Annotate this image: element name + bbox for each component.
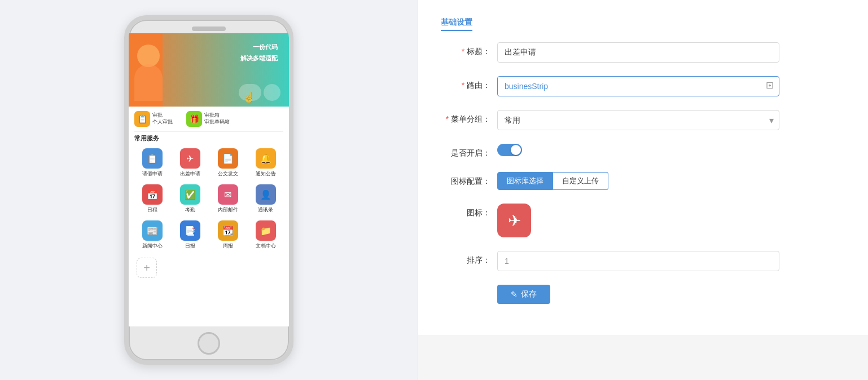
route-input-wrapper <box>497 76 779 96</box>
zhoubao-label: 周报 <box>223 242 233 250</box>
docs-label: 文档中心 <box>256 242 276 250</box>
route-required: * <box>462 81 464 90</box>
service-chuchai[interactable]: ✈ 出差申请 <box>172 146 208 180</box>
docs-icon: 📁 <box>256 220 276 241</box>
service-tongzhi[interactable]: 🔔 通知公告 <box>248 146 283 180</box>
contacts-icon: 👤 <box>256 184 276 205</box>
title-label: * 标题： <box>441 42 497 57</box>
phone-quick-actions: 📋 审批 个人审批 🎁 审批箱 审批单码箱 <box>129 107 289 131</box>
title-input[interactable] <box>497 42 779 63</box>
left-panel: 一份代码 解决多端适配 ☝ 📋 审批 个人审批 <box>0 0 418 380</box>
service-richeng[interactable]: 📅 日程 <box>134 182 170 216</box>
richeng-label: 日程 <box>147 206 157 214</box>
phone-home-button[interactable] <box>198 332 220 355</box>
zhoubao-icon: 📆 <box>218 220 238 241</box>
form-row-route: * 路由： <box>441 76 845 96</box>
inbox-label2: 审批单码箱 <box>204 119 230 126</box>
menu-group-select[interactable]: 常用 工作 其他 <box>497 110 779 130</box>
approval-icon: 📋 <box>134 111 150 127</box>
tongzhi-label: 通知公告 <box>256 170 276 178</box>
phone-screen: 一份代码 解决多端适配 ☝ 📋 审批 个人审批 <box>129 33 289 326</box>
form-row-save: ✎ 保存 <box>497 285 845 304</box>
gongwen-icon: 📄 <box>218 148 238 169</box>
icon-library-button[interactable]: 图标库选择 <box>497 172 553 190</box>
inbox-label1: 审批箱 <box>204 112 230 119</box>
menu-group-required: * <box>446 114 449 123</box>
enabled-toggle[interactable] <box>497 144 522 156</box>
contacts-label: 通讯录 <box>258 206 273 214</box>
form-row-icon-config: 图标配置： 图标库选择 自定义上传 <box>441 172 845 190</box>
services-grid: 📋 请假申请 ✈ 出差申请 📄 公文发文 🔔 通知公告 <box>134 146 283 252</box>
tongzhi-icon: 🔔 <box>256 148 276 169</box>
icon-config-buttons: 图标库选择 自定义上传 <box>497 172 608 190</box>
form-row-menu-group: * 菜单分组： 常用 工作 其他 ▾ <box>441 110 845 130</box>
banner-title-line2: 解决多端适配 <box>240 53 278 64</box>
service-kaoqin[interactable]: ✅ 考勤 <box>172 182 208 216</box>
ribao-label: 日报 <box>185 242 195 250</box>
service-gongwen[interactable]: 📄 公文发文 <box>210 146 246 180</box>
phone-banner: 一份代码 解决多端适配 ☝ <box>129 33 289 107</box>
richeng-icon: 📅 <box>142 184 163 205</box>
chuchai-icon: ✈ <box>180 148 200 169</box>
approval-label1: 审批 <box>152 112 173 119</box>
sort-input[interactable] <box>497 251 779 271</box>
right-panel: 基础设置 * 标题： * 路由： * 菜单分组： <box>418 0 868 380</box>
chuchai-label: 出差申请 <box>180 170 200 178</box>
service-qingjia[interactable]: 📋 请假申请 <box>134 146 170 180</box>
approval-label2: 个人审批 <box>152 119 173 126</box>
sort-label: 排序： <box>441 251 497 266</box>
menu-group-label: * 菜单分组： <box>441 110 497 125</box>
route-input[interactable] <box>497 76 779 96</box>
icon-display[interactable]: ✈ <box>497 204 531 237</box>
quick-action-inbox[interactable]: 🎁 审批箱 审批单码箱 <box>186 111 230 127</box>
save-label: 保存 <box>521 289 537 299</box>
services-title: 常用服务 <box>134 134 283 143</box>
toggle-track <box>497 144 522 156</box>
service-docs[interactable]: 📁 文档中心 <box>248 218 283 252</box>
service-zhoubao[interactable]: 📆 周报 <box>210 218 246 252</box>
save-icon: ✎ <box>511 290 518 299</box>
icon-config-label: 图标配置： <box>441 172 497 187</box>
gongwen-label: 公文发文 <box>218 170 238 178</box>
form-row-sort: 排序： <box>441 251 845 271</box>
quick-action-approval[interactable]: 📋 审批 个人审批 <box>134 111 173 127</box>
mail-label: 内部邮件 <box>218 206 238 214</box>
menu-group-select-wrapper: 常用 工作 其他 ▾ <box>497 110 779 130</box>
qingjia-label: 请假申请 <box>142 170 163 178</box>
news-icon: 📰 <box>142 220 163 241</box>
kaoqin-icon: ✅ <box>180 184 200 205</box>
enabled-label: 是否开启： <box>441 144 497 158</box>
service-contacts[interactable]: 👤 通讯录 <box>248 182 283 216</box>
form-row-icon: 图标： ✈ <box>441 204 845 237</box>
phone-speaker <box>192 26 226 31</box>
kaoqin-label: 考勤 <box>185 206 195 214</box>
add-service-item[interactable]: + <box>135 255 158 280</box>
tab-basic-settings[interactable]: 基础设置 <box>441 17 472 31</box>
icon-upload-button[interactable]: 自定义上传 <box>553 172 608 190</box>
service-news[interactable]: 📰 新闻中心 <box>134 218 170 252</box>
title-required: * <box>462 47 464 56</box>
form-row-title: * 标题： <box>441 42 845 63</box>
news-label: 新闻中心 <box>142 242 163 250</box>
icon-label: 图标： <box>441 204 497 218</box>
add-service-icon[interactable]: + <box>137 258 157 278</box>
save-button[interactable]: ✎ 保存 <box>497 285 550 304</box>
route-search-icon[interactable] <box>766 82 774 91</box>
phone-mockup: 一份代码 解决多端适配 ☝ 📋 审批 个人审批 <box>124 15 293 365</box>
bottom-gray-area <box>418 335 868 380</box>
services-section: 常用服务 📋 请假申请 ✈ 出差申请 📄 公文发文 <box>129 132 289 282</box>
service-mail[interactable]: ✉ 内部邮件 <box>210 182 246 216</box>
ribao-icon: 📑 <box>180 220 200 241</box>
inbox-icon: 🎁 <box>186 111 202 127</box>
service-ribao[interactable]: 📑 日报 <box>172 218 208 252</box>
form-row-enabled: 是否开启： <box>441 144 845 158</box>
route-label: * 路由： <box>441 76 497 91</box>
mail-icon: ✉ <box>218 184 238 205</box>
qingjia-icon: 📋 <box>142 148 163 169</box>
banner-title-line1: 一份代码 <box>240 42 278 53</box>
toggle-thumb <box>511 145 521 155</box>
